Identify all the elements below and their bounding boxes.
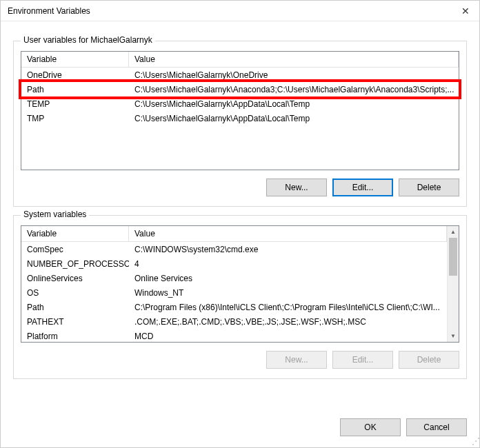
cell-variable: TEMP [21, 98, 129, 110]
system-table-header: Variable Value [21, 226, 447, 242]
user-buttons-row: New... Edit... Delete [21, 170, 459, 199]
table-row[interactable]: OS Windows_NT [21, 285, 447, 300]
cell-value: C:\Users\MichaelGalarnyk\Anaconda3;C:\Us… [129, 83, 459, 96]
system-group-label: System variables [21, 210, 89, 219]
table-row[interactable]: NUMBER_OF_PROCESSORS 4 [21, 256, 447, 271]
table-row[interactable]: Path C:\Program Files (x86)\Intel\iCLS C… [21, 300, 447, 314]
user-group-label: User variables for MichaelGalarnyk [21, 35, 155, 45]
table-row[interactable]: TEMP C:\Users\MichaelGalarnyk\AppData\Lo… [21, 96, 459, 111]
cancel-button[interactable]: Cancel [406, 418, 467, 436]
scrollbar[interactable]: ▲ ▼ [447, 226, 459, 342]
scroll-track[interactable] [448, 238, 459, 330]
cell-variable: Platform [21, 330, 129, 343]
dialog-buttons-row: OK Cancel [340, 418, 467, 436]
system-delete-button[interactable]: Delete [399, 351, 459, 369]
cell-value: C:\Users\MichaelGalarnyk\AppData\Local\T… [129, 112, 459, 125]
column-header-value[interactable]: Value [129, 52, 459, 67]
column-header-variable[interactable]: Variable [21, 226, 129, 241]
user-delete-button[interactable]: Delete [399, 179, 459, 196]
table-row[interactable]: OneDrive C:\Users\MichaelGalarnyk\OneDri… [21, 68, 459, 82]
table-row[interactable]: PATHEXT .COM;.EXE;.BAT;.CMD;.VBS;.VBE;.J… [21, 314, 447, 329]
cell-value: C:\Program Files (x86)\Intel\iCLS Client… [129, 301, 447, 314]
cell-value: 4 [129, 258, 447, 270]
cell-variable: NUMBER_OF_PROCESSORS [21, 258, 129, 270]
user-variables-group: User variables for MichaelGalarnyk Varia… [13, 41, 467, 207]
table-row[interactable]: OnlineServices Online Services [21, 271, 447, 285]
user-new-button[interactable]: New... [266, 179, 327, 196]
table-row[interactable]: Platform MCD [21, 329, 447, 342]
cell-value: C:\Users\MichaelGalarnyk\AppData\Local\T… [129, 98, 459, 110]
cell-variable: TMP [21, 112, 129, 125]
system-variables-table[interactable]: Variable Value ComSpec C:\WINDOWS\system… [21, 225, 459, 343]
user-edit-button[interactable]: Edit... [332, 179, 393, 196]
user-variables-table[interactable]: Variable Value OneDrive C:\Users\Michael… [21, 51, 459, 170]
table-row-highlighted[interactable]: Path C:\Users\MichaelGalarnyk\Anaconda3;… [21, 82, 459, 96]
column-header-variable[interactable]: Variable [21, 52, 129, 67]
cell-value: MCD [129, 330, 447, 343]
window-title: Environment Variables [8, 6, 457, 16]
cell-variable: PATHEXT [21, 316, 129, 328]
system-buttons-row: New... Edit... Delete [21, 343, 459, 371]
cell-variable: OS [21, 287, 129, 299]
cell-variable: ComSpec [21, 243, 129, 256]
column-header-value[interactable]: Value [129, 226, 447, 241]
user-table-header: Variable Value [21, 52, 459, 68]
scroll-thumb[interactable] [449, 238, 457, 276]
cell-value: Online Services [129, 272, 447, 285]
cell-value: C:\WINDOWS\system32\cmd.exe [129, 243, 447, 256]
cell-value: C:\Users\MichaelGalarnyk\OneDrive [129, 69, 459, 81]
system-variables-group: System variables Variable Value ComSpec … [13, 215, 467, 379]
cell-variable: Path [21, 301, 129, 314]
resize-grip-icon[interactable]: ⋰ [469, 437, 479, 447]
scroll-up-icon[interactable]: ▲ [448, 226, 459, 238]
close-icon[interactable]: ✕ [457, 3, 474, 19]
scroll-down-icon[interactable]: ▼ [448, 330, 459, 342]
cell-variable: OneDrive [21, 69, 129, 81]
cell-variable: Path [21, 83, 129, 96]
system-edit-button[interactable]: Edit... [332, 351, 393, 369]
cell-value: Windows_NT [129, 287, 447, 299]
table-row[interactable]: TMP C:\Users\MichaelGalarnyk\AppData\Loc… [21, 111, 459, 125]
system-new-button[interactable]: New... [266, 351, 327, 369]
ok-button[interactable]: OK [340, 418, 401, 436]
titlebar: Environment Variables ✕ [1, 1, 479, 21]
cell-variable: OnlineServices [21, 272, 129, 285]
table-row[interactable]: ComSpec C:\WINDOWS\system32\cmd.exe [21, 242, 447, 256]
cell-value: .COM;.EXE;.BAT;.CMD;.VBS;.VBE;.JS;.JSE;.… [129, 316, 447, 328]
